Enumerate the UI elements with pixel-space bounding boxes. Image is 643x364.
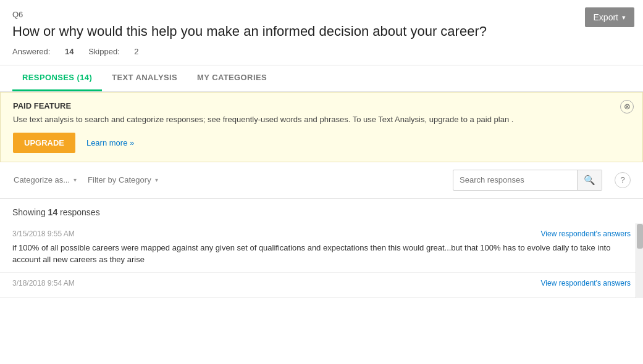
question-title: How or why would this help you make an i… — [12, 23, 568, 41]
question-stats: Answered: 14 Skipped: 2 — [12, 47, 631, 56]
tab-my-categories[interactable]: MY CATEGORIES — [187, 65, 277, 91]
toolbar: Categorize as... ▾ Filter by Category ▾ … — [0, 162, 643, 199]
question-number: Q6 — [12, 10, 631, 19]
response-meta-2: 3/18/2018 9:54 AM View respondent's answ… — [12, 279, 631, 287]
skipped-stat: Skipped: 2 — [88, 47, 151, 56]
paid-feature-title: PAID FEATURE — [13, 101, 630, 110]
search-icon: 🔍 — [584, 175, 595, 185]
results-header: Showing 14 responses — [0, 199, 643, 223]
filter-category-dropdown[interactable]: Filter by Category ▾ — [86, 173, 159, 187]
filter-chevron-icon: ▾ — [155, 176, 158, 183]
toolbar-left: Categorize as... ▾ Filter by Category ▾ — [12, 173, 444, 187]
paid-banner-actions: UPGRADE Learn more » — [13, 133, 630, 153]
view-respondent-link[interactable]: View respondent's answers — [541, 230, 631, 238]
response-date: 3/15/2018 9:55 AM — [12, 230, 75, 238]
categorize-chevron-icon: ▾ — [74, 176, 77, 183]
export-button[interactable]: Export ▾ — [585, 7, 634, 27]
answered-stat: Answered: 14 — [12, 47, 76, 56]
responses-container: 3/15/2018 9:55 AM View respondent's answ… — [0, 223, 643, 298]
search-button[interactable]: 🔍 — [577, 170, 602, 190]
response-text: if 100% of all possible careers were map… — [12, 242, 631, 266]
search-box: 🔍 — [453, 170, 602, 191]
tab-responses[interactable]: RESPONSES (14) — [12, 65, 102, 91]
response-date-2: 3/18/2018 9:54 AM — [12, 279, 75, 287]
search-input[interactable] — [453, 171, 577, 189]
paid-feature-banner: PAID FEATURE Use text analysis to search… — [0, 92, 643, 162]
learn-more-link[interactable]: Learn more » — [86, 138, 134, 147]
scrollbar-thumb[interactable] — [637, 224, 643, 249]
tab-text-analysis[interactable]: TEXT ANALYSIS — [102, 65, 187, 91]
paid-feature-text: Use text analysis to search and categori… — [13, 114, 630, 125]
question-header: Q6 How or why would this help you make a… — [0, 0, 643, 65]
categorize-dropdown[interactable]: Categorize as... ▾ — [12, 173, 78, 187]
table-row: 3/15/2018 9:55 AM View respondent's answ… — [0, 223, 643, 273]
response-meta: 3/15/2018 9:55 AM View respondent's answ… — [12, 230, 631, 238]
scrollbar-track[interactable] — [636, 223, 643, 298]
help-button[interactable]: ? — [615, 172, 631, 188]
tabs-bar: RESPONSES (14) TEXT ANALYSIS MY CATEGORI… — [0, 65, 643, 92]
view-respondent-link-2[interactable]: View respondent's answers — [541, 279, 631, 287]
table-row: 3/18/2018 9:54 AM View respondent's answ… — [0, 273, 643, 298]
export-arrow-icon: ▾ — [622, 14, 626, 22]
upgrade-button[interactable]: UPGRADE — [13, 133, 75, 153]
close-banner-button[interactable]: ⊗ — [620, 100, 634, 114]
